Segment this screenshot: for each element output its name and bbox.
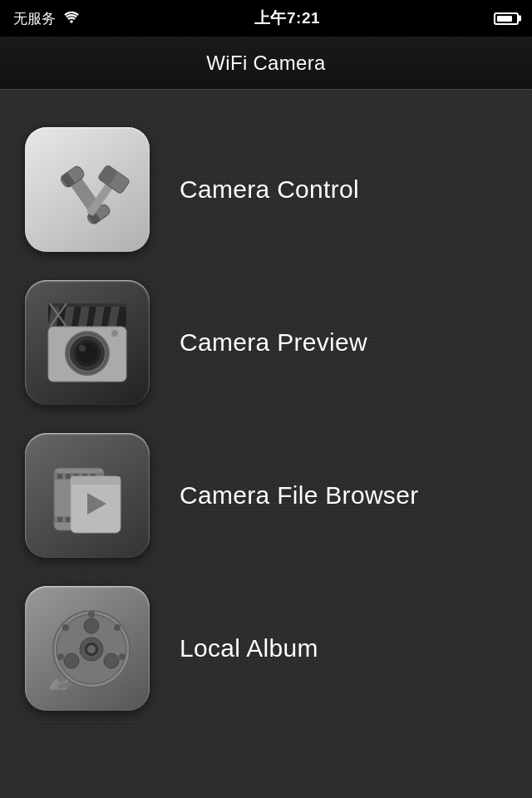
folder-icon (42, 450, 133, 541)
status-right (494, 12, 519, 25)
camera-preview-icon-wrapper (25, 280, 150, 405)
svg-rect-29 (66, 474, 71, 479)
menu-item-camera-preview[interactable]: Camera Preview (0, 276, 532, 409)
wifi-icon (62, 10, 81, 27)
nav-bar: WiFi Camera (0, 37, 532, 90)
svg-point-54 (62, 624, 69, 631)
svg-point-52 (114, 624, 121, 631)
local-album-icon-wrapper (25, 586, 150, 711)
tools-icon (42, 144, 133, 235)
local-album-label: Local Album (180, 633, 318, 663)
status-time: 上午7:21 (254, 7, 320, 29)
menu-item-local-album[interactable]: Local Album (0, 582, 532, 715)
svg-rect-28 (57, 474, 62, 479)
svg-rect-39 (71, 476, 121, 485)
camera-preview-label: Camera Preview (180, 328, 367, 357)
svg-point-0 (70, 20, 73, 23)
svg-point-48 (104, 653, 119, 668)
nav-title: WiFi Camera (206, 52, 325, 75)
status-bar: 无服务 上午7:21 (0, 0, 532, 37)
svg-point-53 (119, 653, 126, 660)
svg-point-50 (87, 645, 96, 653)
status-left: 无服务 (13, 9, 81, 28)
main-content: Camera Control (0, 90, 532, 732)
camera-icon (42, 297, 133, 388)
camera-control-label: Camera Control (180, 175, 359, 204)
carrier-label: 无服务 (13, 9, 56, 28)
svg-point-47 (84, 618, 99, 633)
camera-control-icon-wrapper (25, 127, 150, 252)
svg-rect-15 (48, 303, 126, 307)
svg-point-21 (79, 345, 86, 352)
battery-icon (494, 12, 519, 25)
camera-file-browser-icon-wrapper (25, 433, 150, 558)
film-reel-icon (42, 603, 133, 694)
svg-point-55 (57, 653, 64, 660)
svg-point-49 (64, 653, 79, 668)
svg-rect-33 (57, 517, 62, 522)
svg-point-51 (88, 611, 95, 618)
svg-point-24 (111, 330, 118, 337)
menu-item-camera-control[interactable]: Camera Control (0, 123, 532, 256)
menu-item-camera-file-browser[interactable]: Camera File Browser (0, 429, 532, 562)
camera-file-browser-label: Camera File Browser (180, 480, 418, 510)
svg-rect-34 (66, 517, 71, 522)
